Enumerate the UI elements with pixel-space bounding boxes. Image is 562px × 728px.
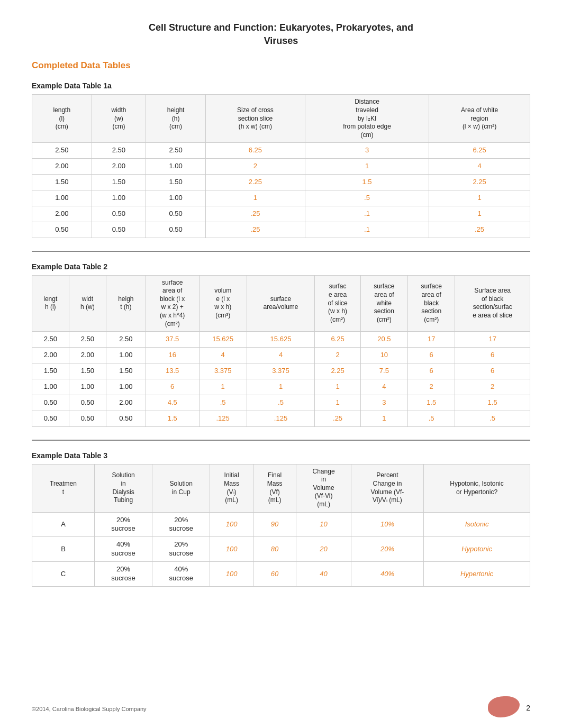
t1a-header-width: width(w)(cm) <box>92 95 146 143</box>
table-row: .5 <box>408 411 455 426</box>
table-row: 1.00 <box>92 190 146 206</box>
table-row: C <box>32 562 95 587</box>
table-row: 1.00 <box>32 379 69 395</box>
t2-header-surface-area-volume: surfacearea/volume <box>247 275 315 332</box>
table-row: 2.00 <box>106 395 146 411</box>
table-row: .5 <box>455 411 530 426</box>
table-row: 1 <box>305 159 429 175</box>
table-row: 1.00 <box>146 159 206 175</box>
table-row: .25 <box>205 222 305 238</box>
table-row: 2.25 <box>429 175 530 190</box>
t2-header-white-section: surfacearea ofwhitesection(cm²) <box>360 275 407 332</box>
table-row: 0.50 <box>92 206 146 222</box>
t1a-header-distance: Distancetraveledby I₂KIfrom potato edge(… <box>305 95 429 143</box>
table-row: 6.25 <box>205 143 305 159</box>
table-row: 2.50 <box>106 332 146 348</box>
table-row: 4.5 <box>146 395 199 411</box>
table-row: 1 <box>360 411 407 426</box>
t3-header-vf: FinalMass(Vf)(mL) <box>253 464 296 512</box>
table-row: .125 <box>199 411 247 426</box>
table-row: 1.5 <box>408 395 455 411</box>
page-title: Cell Structure and Function: Eukaryotes,… <box>32 21 530 48</box>
table-row: 1.5 <box>146 411 199 426</box>
table-row: 10 <box>360 348 407 363</box>
table-row: 0.50 <box>92 222 146 238</box>
table-row: 2 <box>455 379 530 395</box>
table-row: 1 <box>205 190 305 206</box>
t2-header-black-ratio: Surface areaof blacksection/surface area… <box>455 275 530 332</box>
table-row: 2.25 <box>315 363 360 379</box>
t1a-header-height: height(h)(cm) <box>146 95 206 143</box>
table-row: 1.50 <box>69 363 106 379</box>
t3-header-percent: PercentChange inVolume (Vf-Vi)/Vᵢ (mL) <box>351 464 423 512</box>
table-row: 20%sucrose <box>152 512 210 537</box>
table3: Treatment SolutioninDialysisTubing Solut… <box>32 464 530 587</box>
table-row: 6 <box>455 363 530 379</box>
table-row: 2.50 <box>69 332 106 348</box>
table-row: 100 <box>210 512 253 537</box>
table-row: .5 <box>305 190 429 206</box>
footer: ©2014, Carolina Biological Supply Compan… <box>32 706 147 712</box>
t2-header-black-section: surfacearea ofblacksection(cm²) <box>408 275 455 332</box>
table-row: 6.25 <box>429 143 530 159</box>
t2-header-surface-area-block: surfacearea ofblock (l xw x 2) +(w x h*4… <box>146 275 199 332</box>
table2: length (l) width (w) height (h) surfacea… <box>32 275 530 427</box>
table-row: 60 <box>253 562 296 587</box>
table-row: 40% <box>351 562 423 587</box>
table-row: 2 <box>315 348 360 363</box>
table-row: 0.50 <box>146 222 206 238</box>
t1a-header-area: Area of whiteregion(l × w) (cm²) <box>429 95 530 143</box>
table-row: 17 <box>408 332 455 348</box>
table-row: 80 <box>253 537 296 562</box>
table-row: 1.50 <box>32 363 69 379</box>
table-row: Hypertonic <box>424 562 530 587</box>
table-row: 2.00 <box>92 159 146 175</box>
table-row: 2.50 <box>32 143 92 159</box>
table-row: 40 <box>296 562 351 587</box>
table-row: 0.50 <box>69 411 106 426</box>
table-row: 1.00 <box>69 379 106 395</box>
table-row: 1.50 <box>32 175 92 190</box>
table-row: 0.50 <box>106 411 146 426</box>
table-row: 0.50 <box>146 206 206 222</box>
table-row: 20 <box>296 537 351 562</box>
table-row: .1 <box>305 206 429 222</box>
table-row: 1.50 <box>92 175 146 190</box>
table-row: 2 <box>205 159 305 175</box>
table1a-label: Example Data Table 1a <box>32 81 530 90</box>
table-row: 6 <box>146 379 199 395</box>
decorative-blob <box>488 696 520 717</box>
table-row: 40%sucrose <box>94 537 152 562</box>
t2-header-length: length (l) <box>32 275 69 332</box>
table-row: 2.00 <box>32 206 92 222</box>
table-row: A <box>32 512 95 537</box>
table-row: 100 <box>210 537 253 562</box>
table-row: 1 <box>247 379 315 395</box>
table-row: 1.50 <box>146 175 206 190</box>
table-row: 0.50 <box>32 222 92 238</box>
section-title: Completed Data Tables <box>32 60 530 71</box>
table-row: 3.375 <box>199 363 247 379</box>
table-row: 2.00 <box>69 348 106 363</box>
table-row: 3.375 <box>247 363 315 379</box>
table-row: 7.5 <box>360 363 407 379</box>
table-row: 10 <box>296 512 351 537</box>
table-row: 1 <box>315 379 360 395</box>
table-row: 1.00 <box>106 379 146 395</box>
table-row: 17 <box>455 332 530 348</box>
table-row: 4 <box>247 348 315 363</box>
table-row: 4 <box>199 348 247 363</box>
t1a-header-length: length(l)(cm) <box>32 95 92 143</box>
table-row: 1 <box>429 206 530 222</box>
table-row: 20%sucrose <box>152 537 210 562</box>
table1a: length(l)(cm) width(w)(cm) height(h)(cm)… <box>32 94 530 238</box>
table-row: 6 <box>408 363 455 379</box>
table-row: 1.50 <box>106 363 146 379</box>
table-row: 6.25 <box>315 332 360 348</box>
t3-header-treatment: Treatment <box>32 464 95 512</box>
table-row: 13.5 <box>146 363 199 379</box>
table-row: 15.625 <box>199 332 247 348</box>
table-row: Hypotonic <box>424 537 530 562</box>
table-row: .5 <box>199 395 247 411</box>
table-row: 6 <box>455 348 530 363</box>
